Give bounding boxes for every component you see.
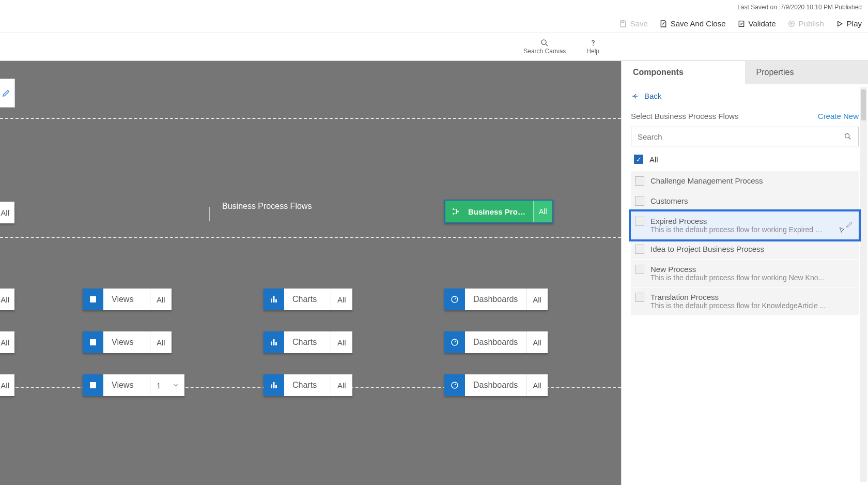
- item-name: Idea to Project Business Process: [650, 245, 764, 253]
- section-title: Select Business Process Flows: [631, 112, 738, 120]
- svg-rect-8: [90, 296, 96, 302]
- dashboards-tile[interactable]: Dashboards All: [444, 374, 548, 396]
- gauge-icon: [444, 374, 465, 396]
- last-saved-text: Last Saved on :7/9/2020 10:10 PM Publish…: [737, 4, 862, 11]
- help-button[interactable]: Help: [586, 38, 599, 55]
- panel-scrollbar[interactable]: [860, 87, 867, 482]
- list-item[interactable]: Customers: [631, 191, 859, 211]
- save-button: Save: [619, 19, 648, 28]
- gauge-icon: [444, 289, 465, 310]
- validate-button[interactable]: Validate: [737, 19, 776, 28]
- tile-tag: All: [150, 331, 172, 353]
- save-icon: [619, 20, 627, 28]
- list-item[interactable]: New Process This is the default process …: [631, 260, 859, 287]
- search-canvas-label: Search Canvas: [523, 48, 566, 55]
- tile-label: Dashboards: [465, 295, 526, 304]
- back-label: Back: [644, 92, 661, 100]
- tile-tag: All: [526, 331, 548, 353]
- item-name: Translation Process: [650, 293, 826, 301]
- tile-label: Views: [103, 295, 150, 304]
- views-tile[interactable]: Views 1: [83, 374, 184, 396]
- create-new-link[interactable]: Create New: [818, 112, 859, 120]
- svg-point-6: [453, 213, 454, 215]
- svg-point-14: [845, 134, 849, 138]
- chart-icon: [264, 374, 284, 396]
- charts-tile[interactable]: Charts All: [264, 289, 352, 310]
- tile-tag: All: [526, 374, 548, 396]
- command-bar: Save Save And Close Validate Publish Pla…: [0, 14, 868, 33]
- item-checkbox[interactable]: [635, 245, 644, 254]
- back-link[interactable]: Back: [631, 84, 859, 107]
- scrollbar-thumb[interactable]: [861, 89, 866, 120]
- pencil-icon[interactable]: [845, 220, 854, 231]
- save-label: Save: [630, 19, 648, 28]
- validate-icon: [737, 20, 746, 28]
- item-checkbox[interactable]: [635, 293, 644, 302]
- help-icon: [588, 38, 598, 48]
- process-list: Challenge Management Process Customers E…: [631, 171, 859, 315]
- svg-point-4: [593, 45, 593, 46]
- tile-tag: 1: [150, 374, 167, 396]
- cursor-icon: [838, 226, 846, 237]
- svg-rect-10: [90, 339, 96, 345]
- list-item-expired-process[interactable]: Expired Process This is the default proc…: [631, 211, 859, 239]
- help-label: Help: [586, 48, 599, 55]
- list-item[interactable]: Translation Process This is the default …: [631, 287, 859, 315]
- play-icon: [835, 20, 844, 28]
- list-item[interactable]: Idea to Project Business Process: [631, 239, 859, 260]
- publish-button: Publish: [787, 19, 824, 28]
- item-name: Expired Process: [650, 217, 826, 225]
- tab-properties[interactable]: Properties: [745, 61, 869, 84]
- edit-card[interactable]: [0, 79, 15, 108]
- chart-icon: [264, 331, 284, 353]
- item-checkbox[interactable]: [635, 265, 644, 274]
- dashboards-tile[interactable]: Dashboards All: [444, 289, 548, 310]
- charts-tile[interactable]: Charts All: [264, 374, 352, 396]
- tile-tag: All: [526, 289, 548, 310]
- publish-icon: [787, 20, 796, 28]
- canvas[interactable]: All Business Process Flows Business Proc…: [0, 61, 621, 485]
- charts-tile[interactable]: Charts All: [264, 331, 352, 353]
- tile-label: Dashboards: [465, 381, 526, 390]
- svg-rect-12: [90, 382, 96, 388]
- item-name: Challenge Management Process: [650, 176, 763, 185]
- svg-point-5: [453, 208, 454, 210]
- item-checkbox[interactable]: [635, 217, 644, 226]
- list-item[interactable]: Challenge Management Process: [631, 171, 859, 191]
- arrow-left-icon: [631, 92, 639, 100]
- publish-label: Publish: [799, 19, 824, 28]
- search-canvas-button[interactable]: Search Canvas: [523, 38, 566, 55]
- item-checkbox[interactable]: [635, 176, 644, 186]
- tile-label: Views: [103, 338, 150, 347]
- tile-tag: All: [331, 289, 352, 310]
- tile-tag: All: [331, 374, 352, 396]
- all-checkbox[interactable]: [634, 155, 643, 164]
- search-box[interactable]: [631, 127, 859, 146]
- tile-tag: All: [150, 289, 172, 310]
- search-input[interactable]: [638, 132, 844, 141]
- item-name: Customers: [650, 196, 688, 205]
- tab-components[interactable]: Components: [622, 61, 745, 84]
- views-tile[interactable]: Views All: [83, 331, 172, 353]
- tile-label: Views: [103, 381, 150, 390]
- tile-label: Dashboards: [465, 338, 526, 347]
- dashboards-tile[interactable]: Dashboards All: [444, 331, 548, 353]
- item-checkbox[interactable]: [635, 196, 644, 206]
- grid-icon: [83, 374, 103, 396]
- svg-point-7: [457, 211, 459, 213]
- views-tile[interactable]: Views All: [83, 289, 172, 310]
- grid-icon: [83, 289, 103, 310]
- save-and-close-button[interactable]: Save And Close: [659, 19, 726, 28]
- lane-divider: [0, 118, 621, 119]
- bpf-card-selected[interactable]: Business Proces... All: [444, 200, 553, 223]
- save-close-icon: [659, 20, 668, 28]
- side-panel: Components Properties Back Select Busine…: [621, 61, 868, 485]
- item-desc: This is the default process flow for Kno…: [650, 301, 826, 310]
- chevron-down-icon[interactable]: [167, 382, 184, 389]
- all-label: All: [649, 155, 658, 164]
- play-button[interactable]: Play: [835, 19, 862, 28]
- bpf-card-label: Business Proces...: [466, 207, 533, 216]
- svg-point-3: [541, 40, 546, 44]
- gauge-icon: [444, 331, 465, 353]
- panel-tabs: Components Properties: [622, 61, 868, 84]
